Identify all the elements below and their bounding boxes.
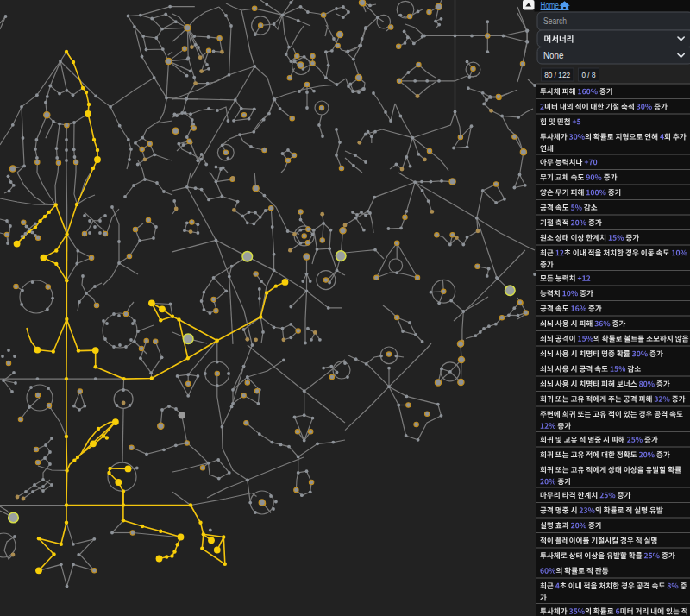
svg-text:0 / 8: 0 / 8 [582,70,596,79]
svg-text:Search: Search [543,16,567,26]
svg-text:None: None [543,50,564,60]
svg-text:Home: Home [541,1,560,10]
svg-text:80 / 122: 80 / 122 [544,70,570,79]
